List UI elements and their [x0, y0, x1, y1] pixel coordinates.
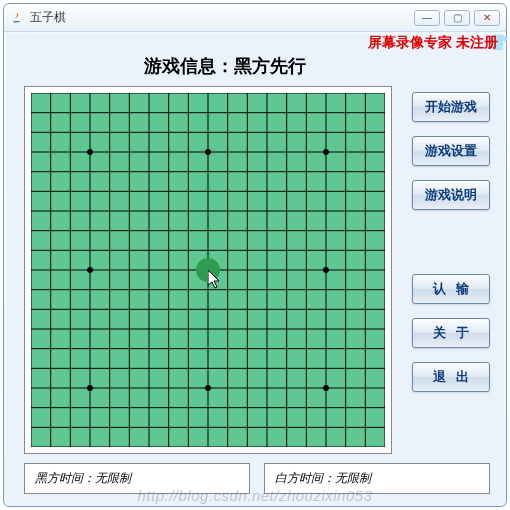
timer-row: 黑方时间：无限制 白方时间：无限制	[24, 463, 490, 494]
game-board[interactable]	[31, 93, 385, 447]
svg-point-43	[205, 385, 211, 391]
white-timer: 白方时间：无限制	[264, 463, 490, 494]
maximize-button[interactable]: ▢	[444, 10, 470, 26]
recorder-overlay: 屏幕录像专家 未注册	[368, 34, 498, 52]
start-game-button[interactable]: 开始游戏	[412, 92, 490, 122]
svg-point-39	[87, 267, 93, 273]
window-controls: — ▢ ✕	[414, 10, 500, 26]
svg-point-46	[323, 385, 329, 391]
svg-point-45	[323, 267, 329, 273]
about-button[interactable]: 关 于	[412, 318, 490, 348]
window-title: 五子棋	[30, 9, 66, 26]
minimize-button[interactable]: —	[414, 10, 440, 26]
resign-button[interactable]: 认 输	[412, 274, 490, 304]
center-marker	[196, 258, 220, 282]
java-icon	[10, 11, 24, 25]
game-board-frame	[24, 86, 392, 454]
exit-button[interactable]: 退 出	[412, 362, 490, 392]
titlebar: 五子棋 — ▢ ✕	[4, 4, 506, 32]
sidebar: 开始游戏 游戏设置 游戏说明 认 输 关 于 退 出	[412, 92, 490, 392]
sidebar-spacer	[412, 224, 490, 260]
svg-point-38	[87, 149, 93, 155]
svg-point-40	[87, 385, 93, 391]
svg-point-41	[205, 149, 211, 155]
content-area: 游戏信息：黑方先行 开始游戏 游戏设置 游戏说明 认 输 关 于 退 出 黑方时…	[6, 34, 504, 504]
black-timer: 黑方时间：无限制	[24, 463, 250, 494]
app-window: 五子棋 — ▢ ✕ 屏幕录像专家 未注册 游戏信息：黑方先行 开始游戏 游戏设置…	[3, 3, 507, 507]
game-help-button[interactable]: 游戏说明	[412, 180, 490, 210]
svg-point-44	[323, 149, 329, 155]
close-button[interactable]: ✕	[474, 10, 500, 26]
game-settings-button[interactable]: 游戏设置	[412, 136, 490, 166]
